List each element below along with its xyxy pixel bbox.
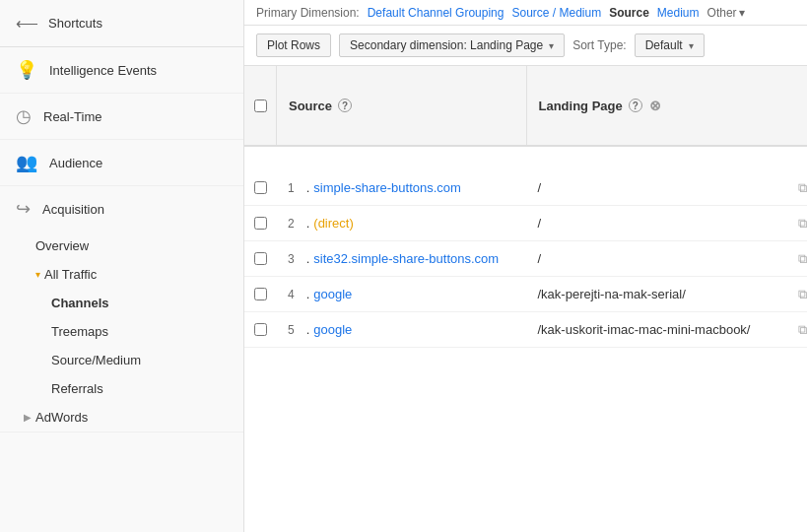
sort-default-dropdown[interactable]: Default ▾: [635, 33, 705, 57]
row-3-action: ⧉: [775, 251, 807, 267]
row-1-checkbox-cell: [244, 181, 276, 194]
row-2-landing-cell: /: [526, 208, 776, 238]
row-4-source-link[interactable]: google: [313, 287, 352, 301]
row-5-source-link[interactable]: google: [313, 322, 352, 337]
shortcuts-arrow-icon: ⟵: [16, 14, 38, 33]
row-5-checkbox[interactable]: [254, 323, 267, 336]
table-row: 3 . site32.simple-share-buttons.com / ⧉: [244, 241, 807, 277]
shortcuts-label: Shortcuts: [48, 16, 102, 31]
acquisition-label: Acquisition: [42, 202, 104, 217]
table-row: 4 . google /kak-perejti-na-mak-serial/ ⧉: [244, 277, 807, 312]
table-spacer: [244, 147, 807, 170]
row-3-num-dot: .: [306, 251, 310, 266]
primary-dim-source-medium[interactable]: Source / Medium: [511, 6, 601, 20]
table-row: 1 . simple-share-buttons.com / ⧉: [244, 170, 807, 206]
audience-label: Audience: [49, 156, 102, 170]
shortcuts-item[interactable]: ⟵ Shortcuts: [0, 0, 243, 47]
row-3-checkbox[interactable]: [254, 252, 267, 265]
row-2-checkbox[interactable]: [254, 217, 267, 230]
sidebar-item-treemaps[interactable]: Treemaps: [0, 317, 243, 346]
primary-dim-medium[interactable]: Medium: [657, 6, 700, 20]
row-5-action: ⧉: [775, 322, 807, 338]
row-2-action: ⧉: [775, 216, 807, 232]
data-table: Source ? Landing Page ? ⊗ 1 . simple-sha…: [244, 66, 807, 532]
sidebar-item-adwords[interactable]: ▶ AdWords: [0, 403, 243, 432]
secondary-dim-arrow-icon: ▾: [549, 40, 554, 51]
primary-dim-label: Primary Dimension:: [256, 6, 360, 20]
row-4-copy-icon[interactable]: ⧉: [798, 287, 807, 302]
sidebar: ⟵ Shortcuts 💡 Intelligence Events ◷ Real…: [0, 0, 244, 532]
audience-icon: 👥: [16, 152, 37, 173]
sidebar-item-overview[interactable]: Overview: [0, 232, 243, 260]
sidebar-item-acquisition[interactable]: ↪ Acquisition: [0, 186, 243, 232]
primary-dim-other[interactable]: Other ▾: [707, 6, 745, 20]
acquisition-subnav: Overview ▾ All Traffic Channels Treemaps…: [0, 232, 243, 432]
sort-type-label: Sort Type:: [572, 38, 626, 52]
sidebar-item-audience[interactable]: 👥 Audience: [0, 140, 243, 185]
row-5-checkbox-cell: [244, 323, 276, 336]
nav-audience-section: 👥 Audience: [0, 140, 243, 186]
sidebar-item-channels[interactable]: Channels: [0, 289, 243, 317]
other-dropdown-icon: ▾: [739, 6, 745, 20]
row-1-checkbox[interactable]: [254, 181, 267, 194]
sidebar-item-intelligence[interactable]: 💡 Intelligence Events: [0, 47, 243, 93]
row-1-num-dot: .: [306, 180, 310, 195]
row-4-landing-cell: /kak-perejti-na-mak-serial/: [526, 279, 776, 309]
intelligence-label: Intelligence Events: [49, 63, 157, 78]
row-3-checkbox-cell: [244, 252, 276, 265]
row-5-landing-cell: /kak-uskorit-imac-mac-mini-macbook/: [526, 314, 776, 345]
row-5-copy-icon[interactable]: ⧉: [798, 322, 807, 338]
intelligence-icon: 💡: [16, 59, 37, 81]
row-1-source-link[interactable]: simple-share-buttons.com: [313, 180, 461, 195]
primary-dim-source: Source: [609, 6, 649, 20]
secondary-dim-dropdown[interactable]: Secondary dimension: Landing Page ▾: [339, 33, 565, 57]
row-5-source-cell: 5 . google: [276, 314, 526, 345]
sidebar-item-referrals[interactable]: Referrals: [0, 374, 243, 403]
row-2-copy-icon[interactable]: ⧉: [798, 216, 807, 232]
row-2-source-cell: 2 . (direct): [276, 208, 526, 238]
row-2-num-dot: .: [306, 216, 310, 231]
sidebar-item-all-traffic[interactable]: ▾ All Traffic: [0, 260, 243, 289]
source-help-icon[interactable]: ?: [338, 99, 352, 112]
sort-dropdown-arrow-icon: ▾: [689, 40, 694, 51]
sidebar-item-source-medium[interactable]: Source/Medium: [0, 346, 243, 374]
nav-realtime-section: ◷ Real-Time: [0, 94, 243, 140]
row-1-landing-cell: /: [526, 172, 776, 203]
adwords-arrow-icon: ▶: [24, 412, 32, 423]
primary-dim-default-channel[interactable]: Default Channel Grouping: [368, 6, 504, 20]
all-traffic-arrow-icon: ▾: [35, 269, 40, 280]
row-3-landing-cell: /: [526, 243, 776, 274]
landing-page-help-icon[interactable]: ?: [629, 99, 642, 112]
realtime-icon: ◷: [16, 105, 32, 127]
table-header: Source ? Landing Page ? ⊗: [244, 66, 807, 147]
sidebar-item-realtime[interactable]: ◷ Real-Time: [0, 94, 243, 139]
row-2-checkbox-cell: [244, 217, 276, 230]
main-content: Primary Dimension: Default Channel Group…: [244, 0, 807, 532]
row-1-copy-icon[interactable]: ⧉: [798, 180, 807, 196]
row-4-num-dot: .: [306, 287, 310, 301]
row-3-source-link[interactable]: site32.simple-share-buttons.com: [313, 251, 499, 266]
row-3-source-cell: 3 . site32.simple-share-buttons.com: [276, 243, 526, 274]
th-source: Source ?: [276, 66, 526, 145]
acquisition-icon: ↪: [16, 198, 31, 220]
landing-page-close-icon[interactable]: ⊗: [648, 99, 662, 112]
row-4-checkbox-cell: [244, 288, 276, 300]
select-all-checkbox[interactable]: [254, 100, 267, 112]
row-5-num-dot: .: [306, 322, 310, 337]
th-landing-page: Landing Page ? ⊗: [526, 66, 776, 145]
row-1-action: ⧉: [775, 180, 807, 196]
row-3-copy-icon[interactable]: ⧉: [798, 251, 807, 267]
row-1-source-cell: 1 . simple-share-buttons.com: [276, 172, 526, 203]
toolbar: Plot Rows Secondary dimension: Landing P…: [244, 26, 807, 66]
nav-intelligence-section: 💡 Intelligence Events: [0, 47, 243, 94]
realtime-label: Real-Time: [43, 109, 101, 124]
plot-rows-button[interactable]: Plot Rows: [256, 33, 331, 57]
table-row: 5 . google /kak-uskorit-imac-mac-mini-ma…: [244, 312, 807, 348]
row-4-checkbox[interactable]: [254, 288, 267, 300]
table-row: 2 . (direct) / ⧉: [244, 206, 807, 241]
header-checkbox-cell: [244, 100, 276, 112]
primary-dimension-bar: Primary Dimension: Default Channel Group…: [244, 0, 807, 26]
row-4-action: ⧉: [775, 287, 807, 302]
nav-acquisition-section: ↪ Acquisition Overview ▾ All Traffic Cha…: [0, 186, 243, 432]
row-2-source-link[interactable]: (direct): [313, 216, 353, 231]
